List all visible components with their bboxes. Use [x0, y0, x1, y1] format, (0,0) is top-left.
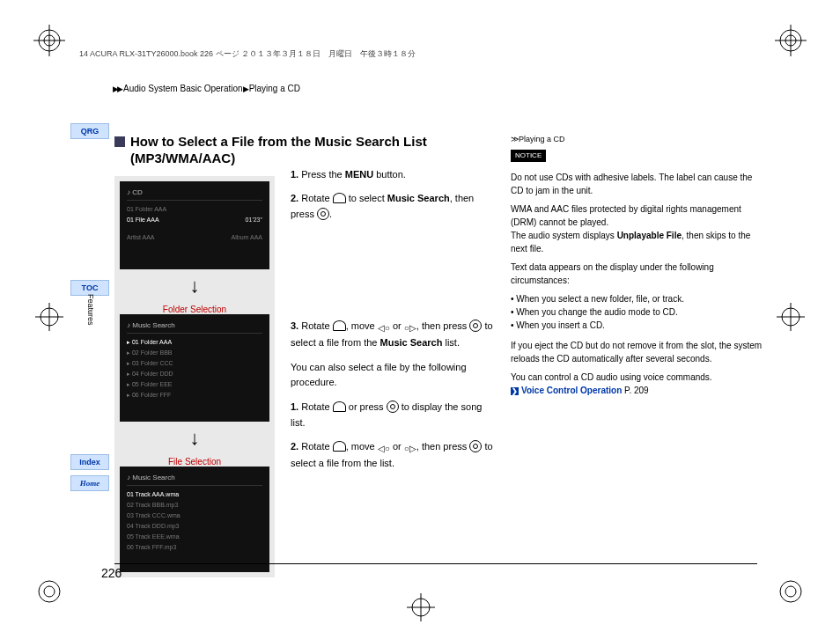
file-selection-caption: File Selection: [120, 457, 269, 467]
step-text: or press: [346, 401, 387, 412]
screen-line: Artist AAA: [127, 232, 155, 243]
side-tabs: QRG TOC Index Home: [70, 123, 109, 632]
list-item: 04 Track DDD.mp3: [127, 523, 180, 529]
note-paragraph: Text data appears on the display under t…: [511, 261, 766, 287]
tab-index[interactable]: Index: [70, 454, 109, 470]
breadcrumb-arrow-icon: ▶: [243, 85, 247, 93]
step-text: Rotate: [301, 401, 332, 412]
step-1: 1. Press the MENU button.: [291, 167, 493, 183]
list-item: 06 Track FFF.mp3: [127, 544, 176, 550]
svg-point-10: [780, 581, 801, 602]
screen-header: ♪ CD: [127, 187, 262, 202]
step-2: 2. Rotate to select Music Search, then p…: [291, 191, 493, 222]
svg-point-11: [785, 586, 796, 597]
registration-mark: [33, 576, 65, 607]
step-text: .: [329, 209, 332, 219]
list-item: 03 Folder CCC: [132, 360, 173, 366]
rotate-dial-icon: [333, 320, 346, 331]
note-paragraph: You can control a CD audio using voice c…: [511, 371, 766, 397]
screen-line: 01 File AAA: [127, 215, 159, 225]
step-text: Press the: [301, 169, 345, 180]
push-button-icon: [387, 401, 399, 413]
notice-badge: NOTICE: [511, 150, 546, 162]
footer-rule: [114, 563, 757, 564]
main-content: How to Select a File from the Music Sear…: [114, 134, 493, 577]
note-bullet: When you insert a CD.: [511, 319, 766, 332]
note-bullet: When you select a new folder, file, or t…: [511, 292, 766, 305]
note-text: WMA and AAC files protected by digital r…: [511, 204, 741, 227]
screen-line: Album AAA: [232, 232, 262, 243]
step-3: 3. Rotate , move ◁○ or ○▷, then press to…: [291, 319, 493, 351]
cross-reference-link[interactable]: ❯Voice Control Operation: [511, 386, 622, 395]
heading-square-icon: [114, 136, 125, 147]
instruction-steps: 1. Press the MENU button. 2. Rotate to s…: [291, 167, 493, 472]
step-bold: MENU: [345, 169, 373, 180]
move-left-icon: ◁○: [378, 321, 390, 335]
note-paragraph: If you eject the CD but do not remove it…: [511, 339, 766, 365]
list-item: 04 Folder DDD: [132, 371, 173, 377]
breadcrumb: ▶▶Audio System Basic Operation▶Playing a…: [113, 84, 300, 93]
step-number: 1.: [291, 169, 298, 180]
step-text: , then press: [416, 441, 470, 452]
list-item: 05 Track EEE.wma: [127, 533, 180, 540]
alt-intro: You can also select a file by the follow…: [291, 360, 493, 391]
link-icon: ❯: [511, 387, 519, 395]
move-left-icon: ◁○: [378, 442, 390, 456]
registration-mark: [775, 25, 807, 56]
step-number: 1.: [291, 401, 298, 412]
screenshot-cd-playback: ♪ CD 01 Folder AAA 01 File AAA01'23" Art…: [120, 181, 269, 269]
down-arrow-icon: ↓: [120, 269, 269, 303]
folder-selection-caption: Folder Selection: [120, 305, 269, 314]
registration-mark: [775, 576, 807, 607]
tab-qrg[interactable]: QRG: [70, 123, 109, 139]
step-text: list.: [442, 337, 460, 348]
continued-icon: ≫: [511, 135, 519, 143]
step-text: Rotate: [301, 193, 332, 203]
manual-page: 14 ACURA RLX-31TY26000.book 226 ページ ２０１３…: [0, 0, 840, 632]
push-button-icon: [469, 440, 482, 452]
registration-mark: [775, 301, 807, 333]
section-title: How to Select a File from the Music Sear…: [130, 134, 427, 167]
list-item: 03 Track CCC.wma: [127, 512, 181, 518]
notes-heading-text: Playing a CD: [519, 135, 565, 143]
rotate-dial-icon: [333, 193, 346, 203]
step-text: to select: [346, 193, 387, 203]
note-text: You can control a CD audio using voice c…: [511, 372, 712, 382]
note-bullet: When you change the audio mode to CD.: [511, 305, 766, 319]
breadcrumb-2: Playing a CD: [249, 84, 300, 93]
registration-mark: [33, 25, 65, 56]
step-text: Rotate: [301, 441, 332, 452]
list-item: 05 Folder EEE: [132, 381, 173, 387]
svg-point-8: [39, 581, 60, 602]
step-number: 2.: [291, 193, 298, 203]
page-number: 226: [101, 566, 122, 580]
registration-mark: [33, 301, 65, 333]
push-button-icon: [469, 320, 482, 332]
screenshot-panel: ♪ CD 01 Folder AAA 01 File AAA01'23" Art…: [114, 176, 275, 577]
registration-mark: [405, 592, 437, 623]
step-bold: Music Search: [380, 337, 443, 348]
move-right-icon: ○▷: [404, 321, 416, 335]
screenshot-folder-list: ♪ Music Search ▸ 01 Folder AAA ▸ 02 Fold…: [120, 314, 269, 422]
section-side-label: Features: [86, 294, 95, 326]
step-bold: Music Search: [387, 193, 450, 203]
note-text: The audio system displays: [511, 231, 617, 240]
list-item: 06 Folder FFF: [132, 392, 171, 398]
note-bold: Unplayable File: [617, 231, 682, 240]
screenshot-file-list: ♪ Music Search 01 Track AAA.wma 02 Track…: [120, 467, 269, 572]
step-text: or: [390, 320, 404, 331]
step-text: , move: [346, 320, 378, 331]
tab-home[interactable]: Home: [70, 475, 109, 491]
screen-header: ♪ Music Search: [127, 320, 262, 334]
step-number: 3.: [291, 320, 298, 331]
notes-heading: ≫Playing a CD: [511, 134, 766, 146]
step-number: 2.: [291, 441, 298, 452]
move-right-icon: ○▷: [404, 442, 416, 456]
notes-column: ≫Playing a CD NOTICE Do not use CDs with…: [511, 134, 766, 402]
alt-step-1: 1. Rotate or press to display the song l…: [291, 400, 493, 430]
svg-point-9: [44, 586, 55, 597]
screen-line: 01 Folder AAA: [127, 204, 262, 215]
screen-header: ♪ Music Search: [127, 472, 262, 487]
title-line2: (MP3/WMA/AAC): [130, 151, 235, 165]
note-bullet-list: When you select a new folder, file, or t…: [511, 292, 766, 332]
